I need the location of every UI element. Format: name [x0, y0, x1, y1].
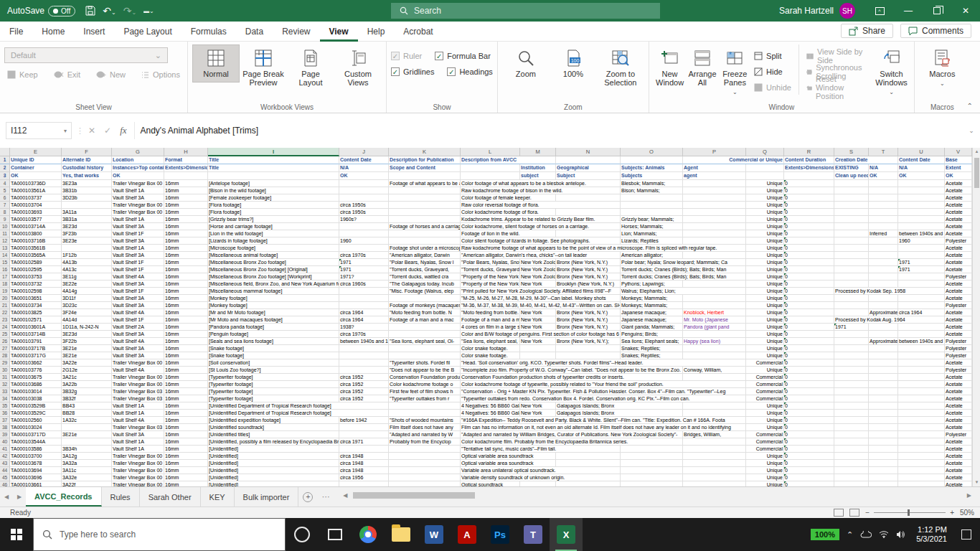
cell[interactable]: 0	[784, 395, 834, 402]
cell[interactable]: Vault Shelf 1F	[112, 316, 164, 324]
cell[interactable]: Variable area unilateral optical soundtr…	[461, 467, 621, 474]
close-button[interactable]: ✕	[951, 0, 980, 22]
cell[interactable]	[834, 467, 869, 474]
cell[interactable]: subject	[520, 172, 556, 180]
select-all-corner[interactable]	[0, 148, 10, 156]
normal-view-button[interactable]: Normal	[192, 44, 240, 83]
cell[interactable]: "Adapted and narrated by W	[389, 431, 461, 438]
cell[interactable]: Commercial	[746, 381, 784, 388]
cell[interactable]: Color kodachrome footage of flora.	[461, 209, 556, 216]
cell[interactable]: Monkeys; Mammals;	[621, 295, 683, 302]
row-number[interactable]: 32	[0, 381, 10, 388]
cell[interactable]: [Female zookeeper footage]	[208, 194, 339, 202]
formula-bar-expand-icon[interactable]: ⌄	[963, 127, 980, 134]
row-number[interactable]: 30	[0, 367, 10, 374]
cell[interactable]: Acetate	[945, 331, 972, 338]
cell[interactable]: Trailer Vinegar Box 03	[112, 424, 164, 431]
cell[interactable]	[869, 395, 898, 402]
cell[interactable]	[389, 352, 461, 359]
cell[interactable]: "Adapted and narrated by William Bridges…	[461, 431, 683, 438]
cell[interactable]	[164, 172, 208, 180]
explorer-taskbar-icon[interactable]	[385, 518, 418, 551]
cell[interactable]: 0	[784, 424, 834, 431]
row-number[interactable]: 18	[0, 281, 10, 288]
cell[interactable]	[898, 345, 945, 352]
cell[interactable]: 16mm	[164, 453, 208, 460]
cell[interactable]: [Seals and sea lions footage]	[208, 338, 339, 345]
column-letter-O[interactable]: O	[621, 148, 683, 156]
user-name[interactable]: Sarah Hartzell	[779, 6, 834, 16]
cell[interactable]: Optical soundtrack	[461, 481, 520, 486]
excel-taskbar-icon[interactable]: X	[550, 518, 583, 551]
cell[interactable]: Vault Shelf 3A	[112, 331, 164, 338]
cell[interactable]: Color kodachrome film. Probably from the…	[461, 438, 683, 446]
cell[interactable]: [Snake footage]	[208, 345, 339, 352]
cell[interactable]: [Unidentified titles]	[208, 431, 339, 438]
cell[interactable]: Vault Shelf 1A	[112, 438, 164, 446]
cell[interactable]: 16mm	[164, 417, 208, 424]
cell[interactable]	[621, 460, 683, 467]
cell[interactable]: [Typewriter footage]	[208, 388, 339, 395]
cell[interactable]: Unique	[746, 417, 784, 424]
cell[interactable]	[834, 367, 869, 374]
cell[interactable]: 16mm	[164, 410, 208, 417]
cell[interactable]	[461, 164, 520, 172]
cell[interactable]: 16mm	[164, 245, 208, 252]
cell[interactable]: "Typewriter shots. Fordel fil	[389, 359, 461, 367]
cell[interactable]: Bronx (New York, N.Y.)	[556, 259, 621, 266]
cell[interactable]: [Unidentified]	[208, 481, 339, 486]
cell[interactable]: Vault Shelf 2A	[112, 324, 164, 331]
cell[interactable]: 0	[784, 352, 834, 359]
cell[interactable]	[339, 481, 389, 486]
cell[interactable]: Pandora (giant pand	[683, 324, 746, 331]
cell[interactable]: TA000103661	[10, 481, 62, 486]
cell[interactable]: 4 cores on film in a large size	[461, 324, 520, 331]
tray-chevron-up-icon[interactable]: ⌃	[847, 530, 853, 540]
cell[interactable]: Content Date	[898, 156, 945, 164]
row-number[interactable]: 3	[0, 172, 10, 180]
cell[interactable]	[389, 324, 461, 331]
cell[interactable]: Unique ID	[10, 156, 62, 164]
cell[interactable]	[869, 273, 898, 281]
cell[interactable]	[683, 374, 746, 381]
cell[interactable]	[898, 438, 945, 446]
cell[interactable]: Unique	[746, 266, 784, 273]
cell[interactable]: 3D23b	[62, 194, 112, 202]
cell[interactable]: Conservation Foundation production shots…	[461, 374, 683, 381]
switch-windows-button[interactable]: Switch Windows ⌄	[873, 44, 910, 101]
cell[interactable]: 16mm	[164, 331, 208, 338]
row-number[interactable]: 42	[0, 453, 10, 460]
cell[interactable]: [Miscellaneous Bronx Zoo footage]	[208, 259, 339, 266]
cell[interactable]: 16mm	[164, 209, 208, 216]
cell[interactable]: [Penguin footage]	[208, 331, 339, 338]
cell[interactable]: 16mm	[164, 194, 208, 202]
save-icon[interactable]	[85, 6, 95, 16]
cell[interactable]: OK	[945, 172, 972, 180]
cell[interactable]: Unique	[746, 223, 784, 230]
cell[interactable]: Unique	[746, 245, 784, 252]
cell[interactable]: Acetate	[945, 417, 972, 424]
cell[interactable]	[869, 424, 898, 431]
cell[interactable]: circa 1960s	[339, 281, 389, 288]
column-letter-M[interactable]: M	[520, 148, 556, 156]
cell[interactable]: Blesbok; Mammals;	[621, 180, 683, 187]
cell[interactable]: Extent	[945, 164, 972, 172]
cell[interactable]: Happy (sea lion)	[683, 338, 746, 345]
cell[interactable]	[898, 281, 945, 288]
cell[interactable]: 3D11f	[62, 295, 112, 302]
cancel-icon[interactable]: ✕	[88, 126, 95, 136]
cell[interactable]: TA000103737	[10, 194, 62, 202]
cell[interactable]: Unique	[746, 252, 784, 259]
cell[interactable]	[869, 223, 898, 230]
cell[interactable]: [Unidentified Department of Tropical Res…	[208, 402, 389, 410]
cell[interactable]: agent	[683, 172, 746, 180]
cell[interactable]: New York	[520, 281, 556, 288]
cell[interactable]: 0	[784, 474, 834, 481]
cell[interactable]	[834, 245, 869, 252]
cell[interactable]: [Typewriter footage]	[208, 395, 339, 402]
cell[interactable]: circa 1948	[339, 467, 389, 474]
cell[interactable]: 0	[784, 324, 834, 331]
cell[interactable]	[683, 230, 746, 237]
cell[interactable]: 0	[784, 237, 834, 245]
column-letter-I[interactable]: I	[208, 148, 339, 156]
